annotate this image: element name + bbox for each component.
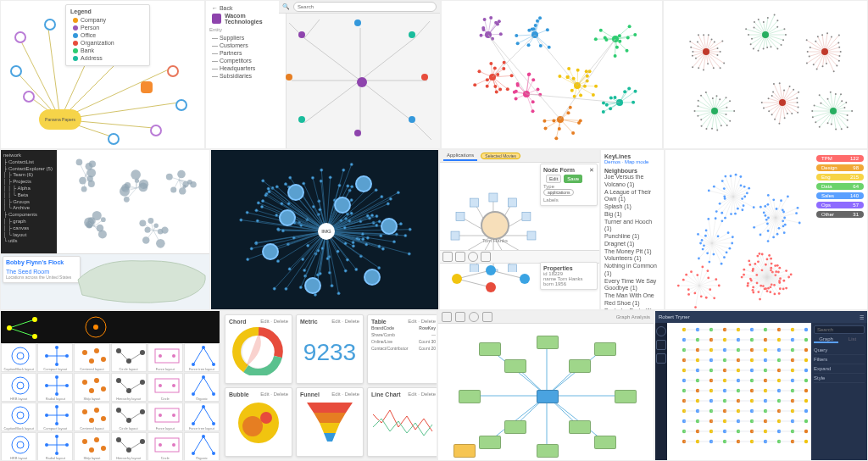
actor-node[interactable] [481, 211, 509, 240]
layout-thumb[interactable]: Centered layout [74, 403, 109, 431]
radial-node[interactable] [421, 74, 428, 81]
entity-node[interactable] [537, 390, 559, 403]
entity-node[interactable] [537, 336, 559, 349]
entity-node[interactable] [569, 359, 591, 373]
neighbour-item[interactable]: Big (1) [604, 211, 660, 219]
neighbour-item[interactable]: The Man With One Red Shoe (1) [604, 292, 660, 308]
category-item[interactable]: — Competitors [209, 57, 282, 64]
entity-node[interactable] [537, 444, 559, 458]
tool-pan[interactable] [455, 252, 465, 262]
layout-thumb[interactable]: Compact layout [37, 343, 73, 372]
entity-node[interactable] [459, 390, 481, 403]
node[interactable] [167, 65, 179, 77]
radial-node[interactable] [298, 31, 305, 38]
legend-pill[interactable]: Eng215 [816, 174, 864, 181]
card-chord[interactable]: ChordEdit · Delete [225, 314, 292, 384]
entity-node[interactable] [479, 342, 501, 356]
radial-node[interactable] [409, 31, 415, 38]
legend-item[interactable]: Address [70, 54, 145, 62]
card-metric[interactable]: MetricEdit · Delete 9233 [296, 314, 364, 384]
tool[interactable] [442, 312, 452, 322]
layout-thumb[interactable]: Force layout [147, 403, 183, 431]
layout-thumb[interactable]: Sfdp layout [74, 373, 109, 402]
legend-item[interactable]: Company [70, 16, 145, 24]
legend-pill[interactable]: TPM122 [816, 155, 864, 162]
layout-thumb[interactable]: Compact layout [37, 403, 73, 431]
entity-node[interactable] [504, 420, 526, 434]
avatar-node[interactable] [279, 209, 296, 226]
layout-thumb[interactable]: Circle [147, 432, 183, 461]
legend-pill[interactable]: Data64 [816, 183, 864, 190]
radial-node[interactable] [286, 74, 292, 81]
entity-node[interactable] [594, 342, 616, 356]
close-icon[interactable]: ✕ [589, 167, 594, 174]
entity-node[interactable] [453, 444, 476, 458]
radial-node[interactable] [354, 130, 361, 136]
side-item[interactable]: Style [814, 374, 865, 383]
card-table[interactable]: TableEdit · Delete BrandCodeRowKeyShare/… [367, 314, 437, 384]
layout-thumb[interactable]: Force tree layout [184, 403, 220, 431]
category-item[interactable]: — Headquarters [209, 64, 282, 72]
dark-canvas[interactable] [667, 323, 816, 460]
back-link[interactable]: ← Back [209, 4, 282, 12]
neighbour-item[interactable]: The Money Pit (1) [604, 248, 660, 256]
neighbour-item[interactable]: Dragnet (1) [604, 241, 660, 248]
avatar-node[interactable] [262, 243, 279, 260]
legend-item[interactable]: Office [70, 31, 145, 39]
center-node[interactable]: IMG [318, 223, 335, 240]
entity-node[interactable] [569, 420, 591, 434]
layout-thumb[interactable]: Force layout [147, 343, 183, 372]
layout-thumb[interactable]: CaptionBlock layout [1, 343, 36, 372]
neighbour-item[interactable]: Nothing in Common (1) [604, 263, 660, 278]
selection-chip[interactable]: Selected Movies [481, 153, 520, 159]
tree-panel[interactable]: network ├ ContactList ├ ContactExplorer … [1, 150, 57, 258]
tool[interactable] [455, 312, 465, 322]
avatar-node[interactable] [304, 277, 321, 294]
node[interactable] [14, 31, 26, 43]
layout-thumb[interactable]: Organic [184, 432, 220, 461]
layout-thumb[interactable]: HRB layout [1, 373, 36, 402]
layout-thumb[interactable]: Hierarchy layout [111, 432, 147, 461]
legend-pill[interactable]: Sales140 [816, 192, 864, 199]
avatar-node[interactable] [287, 184, 304, 201]
center-node[interactable] [357, 77, 367, 87]
neighbour-item[interactable]: Joe Versus the Volcano (1) [604, 174, 660, 189]
neighbour-item[interactable]: Splash (1) [604, 203, 660, 211]
layout-thumb[interactable]: Sfdp layout [74, 432, 109, 461]
card-funnel[interactable]: FunnelEdit · Delete [296, 387, 364, 457]
tool[interactable] [469, 312, 479, 322]
layout-thumb[interactable]: Circle [147, 373, 183, 402]
node[interactable] [150, 125, 162, 136]
legend-item[interactable]: Organization [70, 39, 145, 47]
legend-pill[interactable]: Design98 [816, 164, 864, 171]
entity-node[interactable] [479, 436, 501, 449]
category-item[interactable]: — Suppliers [209, 34, 282, 42]
side-item[interactable]: Query [814, 346, 865, 355]
rail-icon[interactable] [656, 326, 666, 336]
layout-thumb[interactable]: Radial layout [37, 432, 73, 461]
avatar-node[interactable] [355, 175, 372, 192]
node[interactable] [10, 65, 22, 77]
edit-button[interactable]: Edit [546, 175, 561, 183]
layout-thumb[interactable]: Centered layout [74, 343, 109, 372]
category-item[interactable]: — Partners [209, 49, 282, 57]
avatar-node[interactable] [364, 269, 381, 286]
rail-icon[interactable] [656, 340, 666, 350]
avatar-node[interactable] [381, 218, 398, 235]
card-bubble[interactable]: BubbleEdit · Delete [225, 387, 292, 457]
radial-node[interactable] [298, 116, 305, 123]
legend-item[interactable]: Bank [70, 47, 145, 54]
tab-list[interactable]: List [840, 336, 865, 343]
layout-thumb[interactable]: CaptionBlock layout [1, 403, 36, 431]
neighbour-item[interactable]: Turner and Hooch (1) [604, 219, 660, 234]
side-item[interactable]: Expand [814, 364, 865, 374]
layout-thumb[interactable]: Hierarchy layout [111, 373, 147, 402]
side-item[interactable]: Filters [814, 355, 865, 364]
layout-thumb[interactable]: Organic [184, 373, 220, 402]
layout-thumb[interactable]: Radial layout [37, 373, 73, 402]
layout-thumb[interactable]: Circle layout [111, 403, 147, 431]
neighbour-item[interactable]: Volunteers (1) [604, 255, 660, 263]
node[interactable] [108, 133, 120, 145]
tool-select[interactable] [442, 252, 453, 262]
neighbour-item[interactable]: Punchline (1) [604, 233, 660, 241]
